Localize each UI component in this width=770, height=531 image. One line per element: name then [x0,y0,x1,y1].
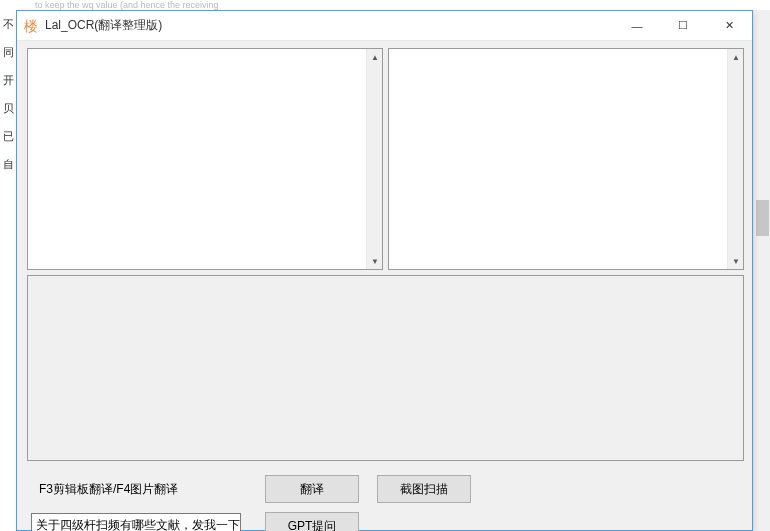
scroll-down-icon[interactable]: ▼ [728,253,744,269]
background-scrollbar[interactable] [753,10,770,531]
source-textarea-scrollbar[interactable]: ▲ ▼ [366,49,382,269]
gpt-query-input[interactable]: 关于四级杆扫频有哪些文献，发我一下 [31,513,241,531]
result-textarea-scrollbar[interactable]: ▲ ▼ [727,49,743,269]
scroll-up-icon[interactable]: ▲ [367,49,383,65]
app-icon: 楼 [23,18,39,34]
client-area: ▲ ▼ ▲ ▼ F3剪辑板翻译/F4图片翻译 翻译 截图扫描 关于四级杆扫频有哪… [17,41,752,530]
maximize-button[interactable]: ☐ [660,11,706,40]
background-scrollbar-thumb[interactable] [756,200,769,236]
shortcut-hint: F3剪辑板翻译/F4图片翻译 [39,481,178,498]
app-window: 楼 Lal_OCR(翻译整理版) — ☐ ✕ ▲ ▼ ▲ ▼ F3剪辑板翻译/F… [16,10,753,531]
result-textarea-content[interactable] [389,49,727,269]
bg-left-item: 已 [0,122,16,150]
translate-button[interactable]: 翻译 [265,475,359,503]
scroll-down-icon[interactable]: ▼ [367,253,383,269]
gpt-ask-button[interactable]: GPT提问 [265,512,359,531]
log-panel [27,275,744,461]
screenshot-scan-button[interactable]: 截图扫描 [377,475,471,503]
bg-left-item: 不同 [0,10,16,66]
bg-left-item: 自 [0,150,16,178]
bg-left-item: 开贝 [0,66,16,122]
background-left-column: 不同 开贝 已 自 [0,10,16,531]
minimize-button[interactable]: — [614,11,660,40]
close-button[interactable]: ✕ [706,11,752,40]
result-textarea[interactable]: ▲ ▼ [388,48,744,270]
scroll-up-icon[interactable]: ▲ [728,49,744,65]
source-textarea[interactable]: ▲ ▼ [27,48,383,270]
background-top-text: to keep the wq value (and hence the rece… [0,0,770,10]
window-title: Lal_OCR(翻译整理版) [45,17,162,34]
source-textarea-content[interactable] [28,49,366,269]
titlebar[interactable]: 楼 Lal_OCR(翻译整理版) — ☐ ✕ [17,11,752,41]
